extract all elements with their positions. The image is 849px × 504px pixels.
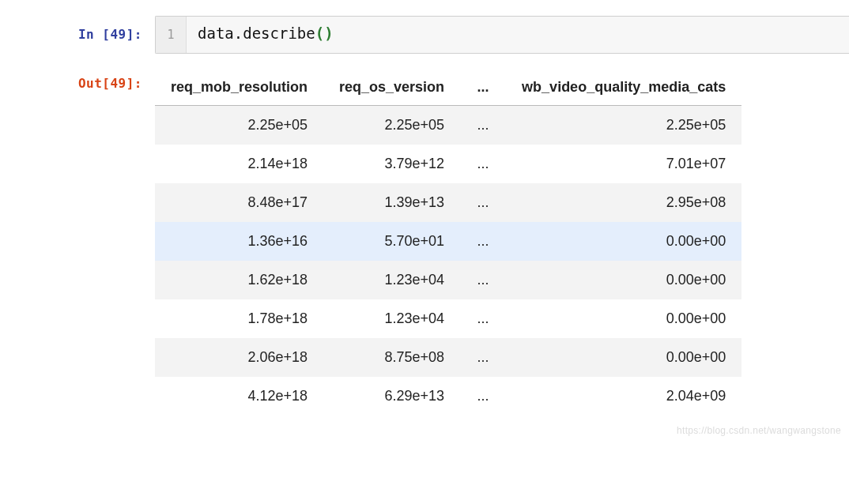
dataframe-output: req_mob_resolutionreq_os_version...wb_vi…	[155, 74, 849, 416]
code-editor[interactable]: 1 data.describe()	[155, 16, 849, 54]
cell-ellipsis: ...	[460, 299, 506, 338]
notebook-cell: In [49]: 1 data.describe() Out[49]: req_…	[0, 0, 849, 439]
cell-ellipsis: ...	[460, 222, 506, 261]
table-cell: 7.01e+07	[506, 145, 741, 183]
table-cell: 2.06e+18	[155, 338, 323, 377]
watermark: https://blog.csdn.net/wangwangstone	[677, 425, 841, 436]
cell-ellipsis: ...	[460, 338, 506, 377]
table-body: 2.25e+052.25e+05...2.25e+052.14e+183.79e…	[155, 106, 741, 416]
code-method: describe	[243, 24, 315, 42]
table-cell: 2.25e+05	[506, 106, 741, 145]
output-prompt-number: 49	[110, 76, 126, 91]
table-cell: 2.95e+08	[506, 183, 741, 222]
cell-ellipsis: ...	[460, 106, 506, 145]
column-header: req_os_version	[323, 74, 460, 106]
column-header: req_mob_resolution	[155, 74, 323, 106]
bracket-close: ]:	[126, 27, 142, 42]
table-row: 2.25e+052.25e+05...2.25e+05	[155, 106, 741, 145]
bracket-open: [	[102, 27, 110, 42]
input-prompt-number: 49	[110, 27, 126, 42]
code-object: data	[198, 24, 234, 42]
table-row: 2.06e+188.75e+08...0.00e+00	[155, 338, 741, 377]
table-cell: 8.48e+17	[155, 183, 323, 222]
table-cell: 5.70e+01	[323, 222, 460, 261]
cell-ellipsis: ...	[460, 145, 506, 183]
table-row: 1.36e+165.70e+01...0.00e+00	[155, 222, 741, 261]
cell-ellipsis: ...	[460, 377, 506, 416]
table-cell: 4.12e+18	[155, 377, 323, 416]
table-row: 8.48e+171.39e+13...2.95e+08	[155, 183, 741, 222]
table-cell: 0.00e+00	[506, 338, 741, 377]
table-cell: 2.25e+05	[323, 106, 460, 145]
output-prompt-prefix: Out	[78, 76, 102, 91]
table-cell: 2.25e+05	[155, 106, 323, 145]
line-gutter: 1	[156, 17, 187, 53]
table-row: 1.78e+181.23e+04...0.00e+00	[155, 299, 741, 338]
table-cell: 1.23e+04	[323, 299, 460, 338]
line-number: 1	[167, 28, 174, 42]
input-prompt: In [49]:	[0, 16, 155, 54]
table-cell: 2.14e+18	[155, 145, 323, 183]
code-text[interactable]: data.describe()	[187, 17, 849, 53]
table-row: 2.14e+183.79e+12...7.01e+07	[155, 145, 741, 183]
bracket-close: ]:	[126, 76, 142, 91]
table-cell: 0.00e+00	[506, 299, 741, 338]
input-cell: In [49]: 1 data.describe()	[0, 16, 849, 54]
table-cell: 1.23e+04	[323, 261, 460, 299]
cell-ellipsis: ...	[460, 261, 506, 299]
table-header: req_mob_resolutionreq_os_version...wb_vi…	[155, 74, 741, 106]
column-header: wb_video_quality_media_cats	[506, 74, 741, 106]
table-cell: 1.62e+18	[155, 261, 323, 299]
table-cell: 3.79e+12	[323, 145, 460, 183]
input-prompt-prefix: In	[78, 27, 102, 42]
code-dot: .	[234, 24, 243, 42]
table-cell: 1.39e+13	[323, 183, 460, 222]
table-row: 1.62e+181.23e+04...0.00e+00	[155, 261, 741, 299]
table-cell: 0.00e+00	[506, 261, 741, 299]
cell-ellipsis: ...	[460, 183, 506, 222]
table-cell: 1.78e+18	[155, 299, 323, 338]
table-cell: 1.36e+16	[155, 222, 323, 261]
code-paren-close: )	[324, 24, 333, 42]
table-cell: 0.00e+00	[506, 222, 741, 261]
bracket-open: [	[102, 76, 110, 91]
table-cell: 6.29e+13	[323, 377, 460, 416]
dataframe-table: req_mob_resolutionreq_os_version...wb_vi…	[155, 74, 741, 416]
code-paren-open: (	[315, 24, 324, 42]
table-cell: 2.04e+09	[506, 377, 741, 416]
output-cell: Out[49]: req_mob_resolutionreq_os_versio…	[0, 74, 849, 416]
output-prompt: Out[49]:	[0, 74, 155, 416]
column-ellipsis: ...	[460, 74, 506, 106]
table-cell: 8.75e+08	[323, 338, 460, 377]
table-row: 4.12e+186.29e+13...2.04e+09	[155, 377, 741, 416]
